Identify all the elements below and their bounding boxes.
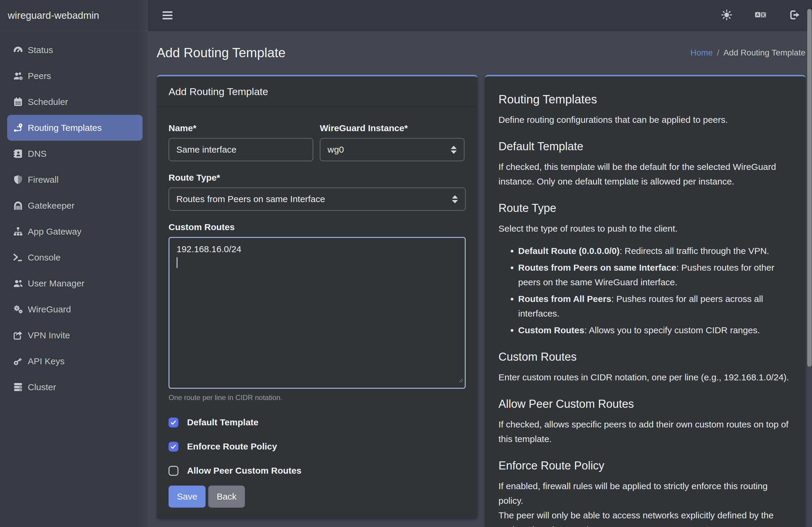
topbar-actions: A bbox=[720, 9, 812, 22]
hamburger-icon[interactable] bbox=[163, 11, 172, 19]
sidebar-item-label: DNS bbox=[28, 149, 46, 159]
sidebar-item-label: Firewall bbox=[28, 175, 58, 185]
sidebar-item-vpn-invite[interactable]: VPN Invite bbox=[7, 322, 143, 348]
page-header: Add Routing Template Home / Add Routing … bbox=[148, 31, 812, 75]
checkbox-row: Default Template bbox=[169, 416, 466, 429]
main-content: Add Routing Template Home / Add Routing … bbox=[148, 31, 812, 527]
form-actions: Save Back bbox=[169, 485, 466, 508]
enforce-route-policy-label[interactable]: Enforce Route Policy bbox=[187, 441, 277, 452]
sidebar-item-api-keys[interactable]: API Keys bbox=[7, 348, 143, 374]
custom-routes-textarea[interactable]: 192.168.16.0/24 bbox=[169, 237, 466, 389]
breadcrumb-current: Add Routing Template bbox=[723, 48, 806, 58]
list-item: Default Route (0.0.0.0/0): Redirects all… bbox=[518, 243, 792, 258]
language-icon: A bbox=[755, 9, 767, 22]
archway-icon bbox=[13, 200, 24, 211]
sidebar-item-routing-templates[interactable]: Routing Templates bbox=[7, 115, 143, 141]
sidebar-nav: Status Peers Scheduler Routing Templates bbox=[0, 31, 148, 400]
key-icon bbox=[13, 356, 24, 367]
breadcrumb: Home / Add Routing Template bbox=[691, 48, 806, 58]
help-heading: Route Type bbox=[498, 201, 792, 215]
sidebar: wireguard-webadmin Status Peers Schedule… bbox=[0, 0, 148, 527]
help-heading: Routing Templates bbox=[498, 92, 792, 106]
list-item: Routes from All Peers: Pushes routes for… bbox=[518, 291, 792, 321]
text-caret bbox=[177, 257, 177, 268]
sidebar-item-label: Peers bbox=[28, 71, 51, 81]
name-input[interactable] bbox=[169, 138, 313, 161]
routing-template-form: Name* WireGuard Instance* wg0 Route Type… bbox=[157, 107, 478, 515]
breadcrumb-home-link[interactable]: Home bbox=[691, 48, 713, 58]
svg-text:A: A bbox=[756, 12, 759, 17]
language-switcher-button[interactable]: A bbox=[752, 9, 769, 22]
sidebar-item-label: VPN Invite bbox=[28, 330, 70, 341]
sidebar-item-label: WireGuard bbox=[28, 304, 71, 315]
logout-icon bbox=[789, 9, 801, 22]
address-book-icon bbox=[13, 148, 24, 159]
allow-peer-custom-routes-checkbox[interactable] bbox=[169, 466, 178, 476]
custom-routes-label: Custom Routes bbox=[169, 222, 466, 232]
list-item: Routes from Peers on same Interface: Pus… bbox=[518, 260, 792, 289]
name-label: Name* bbox=[169, 123, 313, 133]
logout-button[interactable] bbox=[788, 9, 801, 22]
help-content: Routing Templates Define routing configu… bbox=[485, 76, 806, 527]
route-icon bbox=[13, 122, 24, 133]
route-type-label: Route Type* bbox=[169, 172, 466, 183]
sidebar-item-label: Gatekeeper bbox=[28, 200, 75, 211]
sidebar-item-wireguard[interactable]: WireGuard bbox=[7, 296, 143, 322]
sidebar-item-status[interactable]: Status bbox=[7, 37, 143, 63]
sidebar-item-peers[interactable]: Peers bbox=[7, 63, 143, 89]
sidebar-item-scheduler[interactable]: Scheduler bbox=[7, 89, 143, 115]
checkbox-row: Allow Peer Custom Routes bbox=[169, 464, 466, 478]
sidebar-item-console[interactable]: Console bbox=[7, 244, 143, 270]
allow-peer-custom-routes-label[interactable]: Allow Peer Custom Routes bbox=[187, 466, 301, 476]
calendar-icon bbox=[13, 96, 24, 107]
topbar: A bbox=[148, 0, 812, 31]
card-title: Add Routing Template bbox=[157, 76, 478, 107]
gears-icon bbox=[13, 304, 24, 315]
sidebar-item-cluster[interactable]: Cluster bbox=[7, 374, 143, 400]
help-paragraph: Select the type of routes to push to the… bbox=[498, 221, 792, 236]
wireguard-instance-value: wg0 bbox=[328, 145, 344, 155]
route-type-bullet-list: Default Route (0.0.0.0/0): Redirects all… bbox=[498, 243, 792, 337]
default-template-checkbox[interactable] bbox=[169, 418, 178, 427]
checkbox-row: Enforce Route Policy bbox=[169, 440, 466, 453]
help-paragraph: The peer will only be able to access net… bbox=[498, 508, 792, 527]
enforce-route-policy-checkbox[interactable] bbox=[169, 442, 178, 452]
select-arrows-icon bbox=[452, 195, 458, 203]
sidebar-item-label: App Gateway bbox=[28, 227, 82, 237]
help-heading: Default Template bbox=[498, 139, 792, 153]
route-type-select[interactable]: Routes from Peers on same Interface bbox=[169, 187, 466, 211]
sidebar-item-label: API Keys bbox=[28, 356, 64, 366]
select-arrows-icon bbox=[451, 146, 457, 154]
help-paragraph: If checked, this template will be the de… bbox=[498, 160, 792, 189]
custom-routes-hint: One route per line in CIDR notation. bbox=[169, 393, 466, 402]
sidebar-item-user-manager[interactable]: User Manager bbox=[7, 270, 143, 296]
default-template-label[interactable]: Default Template bbox=[187, 417, 259, 427]
list-item: Custom Routes: Allows you to specify cus… bbox=[518, 323, 792, 337]
resize-grip-icon[interactable] bbox=[458, 373, 463, 386]
share-icon bbox=[13, 330, 24, 341]
sitemap-icon bbox=[13, 226, 24, 237]
theme-toggle-button[interactable] bbox=[720, 9, 733, 22]
sidebar-item-dns[interactable]: DNS bbox=[7, 141, 143, 167]
sidebar-item-label: User Manager bbox=[28, 278, 84, 288]
sidebar-item-label: Scheduler bbox=[28, 97, 68, 107]
back-button[interactable]: Back bbox=[208, 485, 245, 508]
breadcrumb-separator: / bbox=[717, 48, 719, 58]
help-paragraph: If checked, allows specific peers to add… bbox=[498, 417, 792, 446]
brand: wireguard-webadmin bbox=[0, 0, 148, 31]
users-icon bbox=[13, 278, 24, 289]
help-paragraph: Define routing configurations that can b… bbox=[498, 112, 792, 127]
sidebar-item-app-gateway[interactable]: App Gateway bbox=[7, 219, 143, 244]
sidebar-item-firewall[interactable]: Firewall bbox=[7, 167, 143, 193]
page-scrollbar-thumb[interactable] bbox=[807, 9, 812, 367]
wireguard-instance-label: WireGuard Instance* bbox=[320, 123, 464, 133]
check-icon bbox=[170, 419, 177, 426]
sidebar-item-label: Console bbox=[28, 253, 60, 262]
sidebar-item-gatekeeper[interactable]: Gatekeeper bbox=[7, 193, 143, 219]
wireguard-instance-select[interactable]: wg0 bbox=[320, 138, 464, 161]
help-heading: Custom Routes bbox=[498, 350, 792, 364]
help-paragraph: If enabled, firewall rules will be appli… bbox=[498, 479, 792, 508]
shield-icon bbox=[13, 174, 24, 185]
save-button[interactable]: Save bbox=[169, 485, 205, 508]
sidebar-item-label: Routing Templates bbox=[28, 123, 102, 133]
